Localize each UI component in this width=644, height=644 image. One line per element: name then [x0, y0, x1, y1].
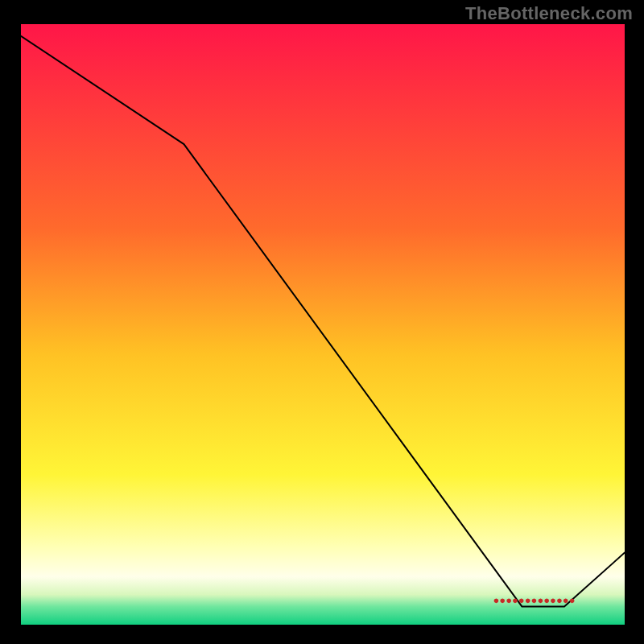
chart-svg: ●●●●●●●●●●●●● [0, 0, 644, 644]
chart-container: ●●●●●●●●●●●●● TheBottleneck.com [0, 0, 644, 644]
chart-border-bottom [0, 625, 644, 644]
chart-background [21, 24, 625, 625]
chart-border-left [0, 0, 21, 644]
chart-border-top [0, 0, 644, 24]
chart-marker-label: ●●●●●●●●●●●●● [493, 594, 575, 606]
chart-border-right [625, 0, 644, 644]
